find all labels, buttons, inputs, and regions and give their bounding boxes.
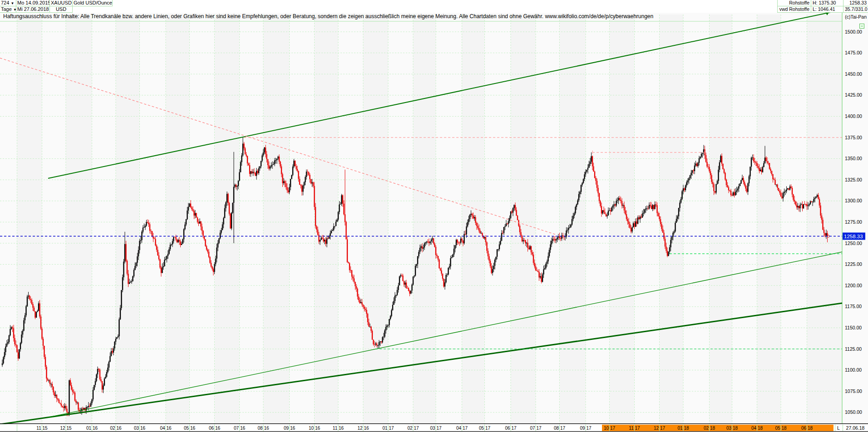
disclaimer-text: Haftungsausschluss für Inhalte: Alle Tre…: [3, 13, 653, 20]
high-value-label: H: 1375.30: [811, 0, 843, 6]
price-axis-label: 1050.00: [845, 409, 862, 415]
price-axis-label: 1350.00: [845, 156, 862, 161]
price-axis-label: 1175.00: [845, 304, 862, 309]
price-axis-label: 1500.00: [845, 29, 862, 34]
month-label: 02 16: [110, 426, 121, 431]
month-label: 09 17: [580, 426, 591, 431]
month-label: 05 17: [479, 426, 490, 431]
period-unit-dropdown[interactable]: Tage ▼: [0, 6, 16, 13]
header-spacer: [73, 6, 113, 12]
price-chart[interactable]: 1500.001475.001450.001425.001400.001375.…: [0, 0, 868, 432]
month-label: 12 16: [357, 426, 369, 431]
price-axis-label: 1100.00: [845, 367, 862, 373]
price-axis-label: 1275.00: [845, 219, 862, 225]
month-label: 10 16: [309, 426, 320, 431]
chart-settings-header: 724 ▼ Mo 14.09.2015 XAUUSD Gold USD/Ounc…: [0, 0, 113, 13]
month-label: 05 16: [184, 426, 195, 431]
price-axis-label: 1375.00: [845, 135, 862, 140]
month-label: 02 17: [407, 426, 419, 431]
price-axis-label: 1125.00: [845, 346, 862, 352]
data-source-label: Rohstoffe: [777, 0, 811, 6]
month-label: 03 17: [430, 426, 441, 431]
stats-label: 35.7/331.0: [843, 6, 868, 13]
month-label: 06 17: [505, 426, 516, 431]
month-label: 08 16: [257, 426, 269, 431]
price-axis-label: 1150.00: [845, 325, 862, 330]
price-axis-label: 1300.00: [845, 198, 862, 203]
month-label: 03 18: [726, 426, 738, 431]
month-label: 05 18: [775, 426, 786, 431]
header-background: [0, 0, 868, 13]
month-label: 06 18: [801, 426, 813, 431]
collapse-panel-button[interactable]: [859, 24, 864, 29]
data-source-label2: vwd Rohstoffe: [777, 6, 811, 13]
month-label: 01 18: [677, 426, 689, 431]
price-axis-label: 1475.00: [845, 50, 862, 55]
month-label: 12 15: [60, 426, 71, 431]
chevron-down-icon: ▼: [10, 1, 14, 5]
last-price-tag: 1258.33: [843, 233, 865, 240]
month-label: 04 18: [751, 426, 763, 431]
month-label: 09 16: [284, 426, 295, 431]
date-to-field[interactable]: Mi 27.06.2018: [16, 6, 50, 13]
price-axis-label: 1325.00: [845, 177, 862, 182]
month-label: 04 16: [160, 426, 171, 431]
quote-info-panel: Rohstoffe H: 1375.30 1258.33 vwd Rohstof…: [777, 0, 868, 13]
price-axis-label: 1225.00: [845, 261, 862, 267]
last-price-tag-value: 1258.33: [844, 234, 863, 239]
tai-pan-chart-window: 1500.001475.001450.001425.001400.001375.…: [0, 0, 868, 432]
price-axis-label: 1400.00: [845, 113, 862, 119]
price-axis-label: 1075.00: [845, 388, 862, 394]
price-axis-label: 1425.00: [845, 92, 862, 98]
month-label: 03 16: [134, 426, 145, 431]
month-label: 07 17: [530, 426, 541, 431]
month-label: 11 16: [333, 426, 344, 431]
price-axis-label: 1250.00: [845, 241, 862, 246]
low-marker-label: L: [837, 425, 840, 431]
month-label: 02 18: [704, 426, 715, 431]
period-count-dropdown[interactable]: 724 ▼: [0, 0, 16, 6]
month-label: 11 15: [36, 426, 48, 431]
month-label: 07 16: [234, 426, 245, 431]
end-date-label: 27.06.18: [846, 425, 865, 431]
month-label: 01 17: [382, 426, 394, 431]
month-label: 04 17: [456, 426, 468, 431]
month-label: 11 17: [629, 426, 640, 431]
date-axis: 11 1512 1501 1602 1603 1604 1605 1606 16…: [0, 423, 868, 432]
symbol-label: XAUUSD: [50, 0, 73, 6]
price-axis-label: 1450.00: [845, 71, 862, 77]
copyright-label: (c)Tai-Pan: [845, 14, 867, 20]
month-label: 10 17: [604, 426, 615, 431]
instrument-name-label: Gold USD/Ounce: [73, 0, 113, 6]
currency-label: USD: [50, 6, 73, 13]
low-value-label: L: 1046.41: [811, 6, 843, 13]
date-from-field[interactable]: Mo 14.09.2015: [16, 0, 50, 6]
last-price-label: 1258.33: [843, 0, 868, 6]
price-axis-label: 1200.00: [845, 283, 862, 288]
month-label: 12 17: [654, 426, 665, 431]
chevron-down-icon: ▼: [13, 8, 16, 12]
month-label: 08 17: [554, 426, 565, 431]
month-label: 01 16: [86, 426, 98, 431]
month-label: 06 16: [209, 426, 220, 431]
